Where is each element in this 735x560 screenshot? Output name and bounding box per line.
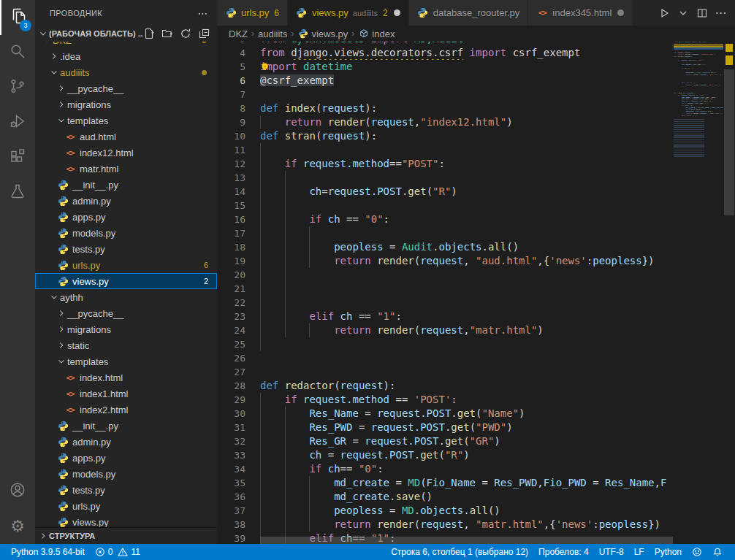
code-line-23[interactable]: 23 elif ch == "1": [217,310,735,323]
tree-item-migrations[interactable]: migrations [35,96,217,112]
code-line-12[interactable]: 12 if request.method=="POST": [217,157,735,171]
activity-bar-item-settings[interactable]: ⚙ [0,509,35,544]
code-line-14[interactable]: 14 ch=request.POST.get("R") [217,185,735,199]
tree-item-urls.py[interactable]: urls.py6 [35,257,217,273]
code-line-32[interactable]: 32 Res_GR = request.POST.get("GR") [217,434,735,448]
vertical-scrollbar-slider[interactable] [724,69,734,215]
code-line-16[interactable]: 16 if ch == "0": [217,212,735,226]
tree-item-apps.py[interactable]: apps.py [35,450,217,466]
code-line-38[interactable]: 38 return render(request, "matr.html",{'… [217,518,735,532]
code-line-15[interactable]: 15 [217,199,735,212]
tree-item-tests.py[interactable]: tests.py [35,241,217,257]
tree-item-index12.html[interactable]: <>index12.html [35,145,217,161]
code-line-34[interactable]: 34 if ch== "0": [217,462,735,476]
indentation-item[interactable]: Пробелов: 4 [533,544,594,560]
code-line-9[interactable]: 9 return render(request,"index12.html") [217,115,735,129]
eol-item[interactable]: LF [629,544,650,560]
breadcrumb-item-dkz[interactable]: DKZ [229,28,248,39]
code-line-25[interactable]: 25 [217,337,735,351]
code-line-33[interactable]: 33 ch = request.POST.get("R") [217,448,735,462]
tree-item-index1.html[interactable]: <>index1.html [35,386,217,402]
dirty-dot-icon[interactable] [394,9,400,16]
code-line-27[interactable]: 27 [217,365,735,379]
activity-bar-item-testing[interactable] [0,175,35,210]
activity-bar-item-source-control[interactable] [0,70,35,105]
run-button[interactable] [656,5,672,21]
activity-bar-item-account[interactable] [0,474,35,509]
problems-item[interactable]: 0 11 [90,544,145,560]
tree-item-views.py[interactable]: views.py2 [35,273,217,289]
refresh-icon[interactable] [180,28,191,39]
code-line-37[interactable]: 37 peopless = MD.objects.all() [217,504,735,518]
code-line-11[interactable]: 11 [217,143,735,157]
tree-item-__init__.py[interactable]: __init__.py [35,418,217,434]
tree-item-aythh[interactable]: aythh [35,289,217,305]
code-line-30[interactable]: 30 Res_Name = request.POST.get("Name") [217,407,735,421]
breadcrumb-item-audiiits[interactable]: audiiits [258,28,287,39]
tree-item-.idea[interactable]: .idea [35,48,217,64]
code-line-20[interactable]: 20 [217,268,735,282]
tree-item-aud.html[interactable]: <>aud.html [35,129,217,145]
code-line-21[interactable]: 21 [217,282,735,296]
tree-item-matr.html[interactable]: <>matr.html [35,161,217,177]
code-line-29[interactable]: 29 if request.method == 'POST': [217,393,735,407]
tree-item-templates[interactable]: templates [35,112,217,129]
code-line-8[interactable]: 8def index(request): [217,101,735,115]
code-line-35[interactable]: 35 md_create = MD(Fio_Name = Res_PWD,Fio… [217,476,735,490]
dirty-dot-icon[interactable] [617,9,624,16]
code-line-17[interactable]: 17 [217,226,735,240]
tab-database_roouter.py[interactable]: database_roouter.py [409,0,529,26]
tree-item-views.py[interactable]: views.py [35,514,217,528]
outline-section-header[interactable]: СТРУКТУРА [35,527,217,544]
encoding-item[interactable]: UTF-8 [594,544,629,560]
feedback-icon[interactable] [687,544,707,560]
tree-item-models.py[interactable]: models.py [35,225,217,241]
more-actions-button[interactable]: ⋯ [713,5,729,21]
tree-item-tests.py[interactable]: tests.py [35,482,217,498]
code-line-31[interactable]: 31 Res_PWD = request.POST.get("PWD") [217,421,735,434]
code-line-6[interactable]: 6@csrf_exempt [217,74,735,88]
run-dropdown[interactable] [675,5,691,21]
code-line-36[interactable]: 36 md_create.save() [217,490,735,504]
tree-item-index2.html[interactable]: <>index2.html [35,402,217,418]
code-line-26[interactable]: 26 [217,351,735,365]
code-line-24[interactable]: 24 return render(request,"matr.html") [217,323,735,337]
tab-views.py[interactable]: views.pyaudiiits2 [288,0,409,26]
tree-item-index.html[interactable]: <>index.html [35,369,217,386]
code-line-19[interactable]: 19 return render(request, "aud.html",{'n… [217,254,735,268]
tree-item-urls.py[interactable]: urls.py [35,498,217,514]
new-folder-icon[interactable] [161,28,173,39]
tree-item-DKZ[interactable]: DKZ [35,42,217,48]
code-line-13[interactable]: 13 [217,171,735,185]
tree-item-apps.py[interactable]: apps.py [35,209,217,225]
workspace-section-header[interactable]: (РАБОЧАЯ ОБЛАСТЬ) ... [35,26,217,42]
tree-item-audiiits[interactable]: audiiits [35,64,217,80]
language-mode-item[interactable]: Python [650,544,687,560]
tree-item-models.py[interactable]: models.py [35,466,217,482]
tree-item-templates[interactable]: templates [35,353,217,369]
code-line-18[interactable]: 18 peopless = Audit.objects.all() [217,240,735,254]
tree-item-static[interactable]: static [35,337,217,353]
tree-item-migrations[interactable]: migrations [35,321,217,337]
tree-item-__pycache__[interactable]: __pycache__ [35,305,217,321]
python-interpreter-item[interactable]: Python 3.9.5 64-bit [6,544,90,560]
vertical-scrollbar[interactable] [723,42,735,544]
tree-item-__init__.py[interactable]: __init__.py [35,177,217,193]
split-editor-button[interactable] [694,5,710,21]
tree-item-admin.py[interactable]: admin.py [35,193,217,209]
code-editor[interactable]: 3from aythh.models import MD,Audit4from … [217,42,735,544]
activity-bar-item-explorer[interactable]: 3 [0,0,35,35]
tree-item-__pycache__[interactable]: __pycache__ [35,80,217,96]
notifications-bell-icon[interactable] [707,544,728,560]
horizontal-scrollbar-slider[interactable] [260,537,673,544]
tab-index345.html[interactable]: <>index345.html [528,0,633,26]
breadcrumb-item-index[interactable]: index [358,28,395,39]
cursor-position-item[interactable]: Строка 6, столбец 1 (выбрано 12) [386,544,533,560]
breadcrumb-item-views-py[interactable]: views.py [297,28,348,39]
lightbulb-icon[interactable] [260,61,270,72]
more-actions-icon[interactable]: ⋯ [198,7,208,19]
activity-bar-item-extensions[interactable] [0,140,35,175]
code-line-7[interactable]: 7 [217,88,735,101]
tab-urls.py[interactable]: urls.py6 [217,0,288,26]
collapse-all-icon[interactable] [198,28,210,39]
